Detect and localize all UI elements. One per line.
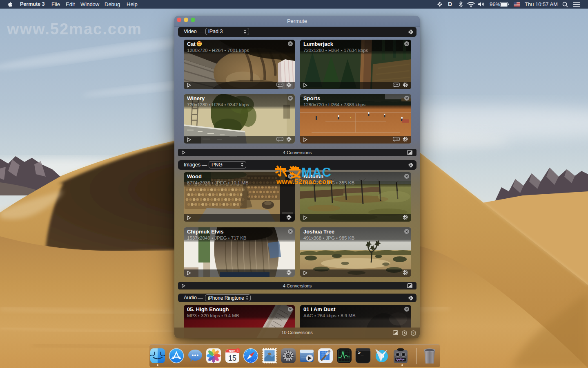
svg-text:?: ?: [412, 331, 414, 335]
svg-text:MAC: MAC: [301, 165, 332, 180]
svg-text:>_: >_: [358, 350, 364, 356]
svg-text:1: 1: [237, 349, 239, 353]
svg-text:15: 15: [228, 354, 236, 362]
svg-text:NOV: NOV: [229, 350, 235, 352]
